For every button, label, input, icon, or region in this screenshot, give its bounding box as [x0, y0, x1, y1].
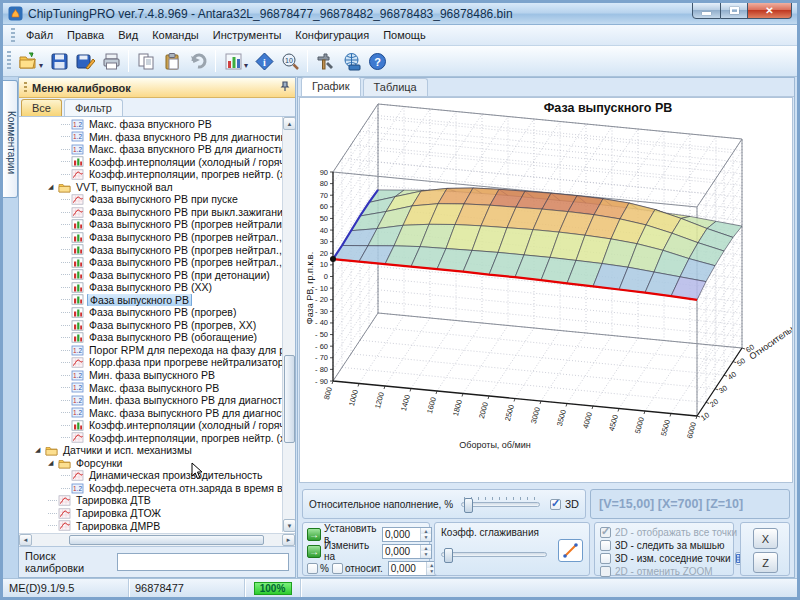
tree-item[interactable]: Коэфф.интерполяции (холодный / горячий ) — [19, 419, 282, 432]
tree-item[interactable]: Фаза выпускного РВ (прогрев нейтрал., ХХ… — [19, 256, 282, 269]
expander-icon[interactable]: ◢ — [48, 181, 58, 193]
tree-item[interactable]: Корр.фаза при прогреве нейтрализатора — [19, 356, 282, 369]
comments-dock-tab[interactable]: Комментарии — [3, 80, 18, 198]
fill-slider[interactable] — [461, 502, 540, 507]
minimize-button[interactable] — [692, 2, 721, 19]
menu-вид[interactable]: Вид — [111, 27, 145, 43]
tree-item[interactable]: Фаза выпускного РВ при пуске — [19, 193, 282, 206]
tree-item[interactable]: Фаза выпускного РВ (при детонации) — [19, 269, 282, 282]
chart-icon — [71, 281, 84, 293]
chart-area[interactable]: - 90- 80- 70- 60- 50- 40- 30- 20- 100102… — [299, 97, 793, 483]
tree-folder[interactable]: ◢Форсунки — [19, 457, 282, 470]
save-button[interactable] — [46, 48, 72, 74]
menu-файл[interactable]: Файл — [19, 27, 60, 43]
search-input[interactable] — [117, 553, 289, 571]
tree-guide — [61, 212, 70, 213]
scroll-down-icon[interactable]: ▼ — [283, 519, 295, 532]
tree-item[interactable]: Фаза выпускного РВ (прогрев нейтрал., хо… — [19, 231, 282, 244]
tree-item[interactable]: Тарировка ДТОЖ — [19, 507, 282, 520]
tree-item[interactable]: Коэфф.интерполяции, прогрев нейтр. (холо… — [19, 168, 282, 181]
x-axis-button[interactable]: X — [753, 528, 778, 549]
tree-item[interactable]: Динамическая производительность — [19, 469, 282, 482]
change-value-spinner[interactable]: 0,000 ▲▼ — [382, 544, 432, 559]
tree-item[interactable]: 1.2Макс. фаза выпускного РВ для диагност… — [19, 407, 282, 420]
tree-item[interactable]: Фаза выпускного РВ (обогащение) — [19, 331, 282, 344]
tree-item[interactable]: Фаза выпускного РВ (прогрев нейтрализато… — [19, 218, 282, 231]
scroll-left-icon[interactable]: ◄ — [19, 534, 32, 546]
z-axis-button[interactable]: Z — [753, 552, 778, 573]
zoom-10-button[interactable]: 10 — [277, 48, 303, 74]
menu-конфигурация[interactable]: Конфигурация — [288, 27, 376, 43]
open-file-dropdown-icon[interactable]: ▾ — [39, 61, 43, 70]
calibration-panel-header: Меню калибровок — [19, 78, 295, 98]
change-apply-icon[interactable]: → — [307, 545, 321, 558]
tree-item[interactable]: 1.2Мин. фаза выпускного РВ для диагности… — [19, 394, 282, 407]
tree-guide — [61, 287, 70, 288]
tree-item[interactable]: Коэфф.интерполяции, прогрев нейтр. (холо… — [19, 432, 282, 445]
tree-item[interactable]: 1.2Порог RPM для перехода на фазу для ре… — [19, 344, 282, 357]
menu-помощь[interactable]: Помощь — [376, 27, 433, 43]
expander-icon[interactable]: ◢ — [35, 444, 45, 456]
tools-button[interactable] — [312, 48, 338, 74]
tree-item[interactable]: Коэфф.интерполяции (холодный / горячий ) — [19, 156, 282, 169]
status-bar: ME(D)9.1/9.5 96878477 100% — [3, 578, 797, 597]
tree-folder[interactable]: ◢Датчики и исп. механизмы — [19, 444, 282, 457]
chart-icon — [71, 156, 84, 168]
tree-item[interactable]: 1.2Мин. фаза выпускного РВ — [19, 369, 282, 382]
tree-item[interactable]: Фаза выпускного РВ при выкл.зажигания — [19, 206, 282, 219]
tree-item[interactable]: 1.2Макс. фаза впускного РВ для диагности… — [19, 143, 282, 156]
tree-item[interactable]: 1.2Мин. фаза впускного РВ для диагностик… — [19, 131, 282, 144]
undo-button[interactable] — [185, 48, 211, 74]
close-button[interactable]: ✕ — [748, 2, 792, 19]
relative-value-spinner[interactable]: 0,000 ▲▼ — [388, 561, 438, 576]
vertical-scroll-thumb[interactable] — [284, 355, 295, 443]
tree-item[interactable]: Фаза выпускного РВ (прогрев) — [19, 306, 282, 319]
tree-item[interactable]: Фаза выпускного РВ (ХХ) — [19, 281, 282, 294]
tree-item[interactable]: Фаза выпускного РВ (прогрев нейтрал., ХХ… — [19, 243, 282, 256]
set-value-spinner[interactable]: 0,000 ▲▼ — [382, 527, 432, 542]
tree-item[interactable]: Фаза выпускного РВ — [19, 294, 282, 307]
print-button[interactable] — [98, 48, 124, 74]
set-apply-icon[interactable]: → — [307, 528, 321, 541]
save-as-button[interactable] — [72, 48, 98, 74]
copy-button[interactable] — [133, 48, 159, 74]
scroll-right-icon[interactable]: ► — [282, 534, 295, 546]
pin-icon[interactable] — [280, 81, 290, 94]
graph-tab-график[interactable]: График — [301, 77, 361, 96]
paste-button[interactable] — [159, 48, 185, 74]
tree-item[interactable]: Тарировка ДМРВ — [19, 520, 282, 533]
option-checkbox-2[interactable] — [600, 553, 611, 564]
info-button[interactable]: i — [251, 48, 277, 74]
tree-vertical-scrollbar[interactable]: ▲ ▼ — [282, 117, 295, 532]
tree-item[interactable]: 1.2Макс. фаза впускного РВ — [19, 118, 282, 131]
checkbox-3d[interactable] — [550, 499, 561, 510]
percent-checkbox[interactable] — [307, 563, 318, 574]
folder-icon — [58, 457, 71, 469]
tree-item[interactable]: 1.2Коэфф.пересчета отн.заряда в время вп… — [19, 482, 282, 495]
smoothing-slider[interactable] — [441, 552, 547, 557]
menu-правка[interactable]: Правка — [60, 27, 111, 43]
tree-item[interactable]: Тарировка ДТВ — [19, 494, 282, 507]
menu-команды[interactable]: Команды — [145, 27, 206, 43]
calibration-tab-все[interactable]: Все — [21, 99, 62, 116]
tree-folder[interactable]: ◢VVT, выпускной вал — [19, 181, 282, 194]
expander-icon[interactable]: ◢ — [48, 457, 58, 469]
relative-checkbox[interactable] — [332, 563, 343, 574]
menu-инструменты[interactable]: Инструменты — [206, 27, 289, 43]
maximize-button[interactable] — [721, 2, 748, 19]
interpolate-button[interactable] — [558, 539, 583, 562]
tree-horizontal-scrollbar[interactable]: ◄ ► — [19, 533, 295, 546]
help-button[interactable]: ? — [364, 48, 390, 74]
tree-item[interactable]: 1.2Макс. фаза выпускного РВ — [19, 381, 282, 394]
graph-tab-таблица[interactable]: Таблица — [363, 78, 428, 96]
option-checkbox-1[interactable] — [600, 540, 611, 551]
scroll-up-icon[interactable]: ▲ — [283, 117, 295, 130]
title-bar[interactable]: ChipTuningPRO ver.7.4.8.969 - Antara32L_… — [3, 3, 797, 25]
calibration-tab-фильтр[interactable]: Фильтр — [64, 99, 123, 116]
chart-view-button[interactable] — [220, 48, 246, 74]
network-button[interactable] — [338, 48, 364, 74]
chart-view-dropdown-icon[interactable]: ▾ — [244, 61, 248, 70]
tree-item[interactable]: Фаза выпускного РВ (прогрев, ХХ) — [19, 319, 282, 332]
horizontal-scroll-thumb[interactable] — [69, 535, 264, 545]
open-file-button[interactable] — [15, 48, 41, 74]
